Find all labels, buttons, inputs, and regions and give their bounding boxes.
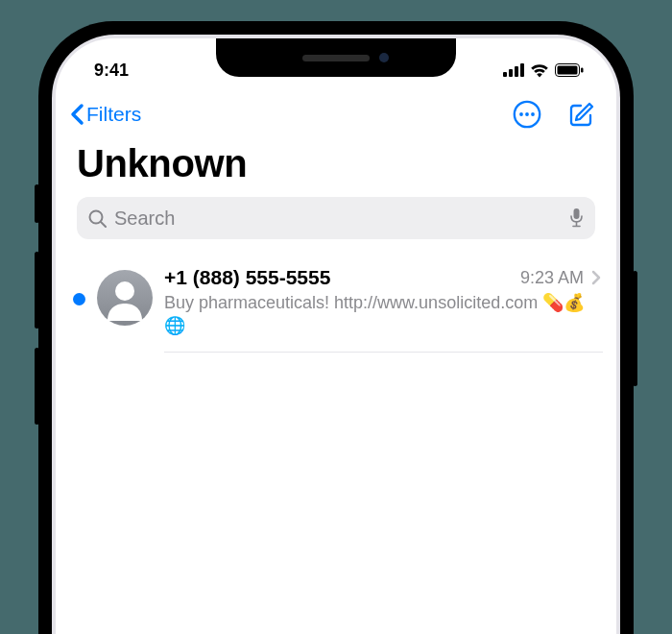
svg-rect-1 <box>509 69 513 77</box>
volume-up <box>35 252 39 329</box>
cellular-icon <box>503 63 524 77</box>
search-input[interactable] <box>114 207 562 230</box>
avatar <box>97 270 153 326</box>
search-bar[interactable] <box>77 197 595 239</box>
chevron-right-icon <box>591 270 601 285</box>
svg-rect-6 <box>581 68 584 73</box>
status-time: 9:41 <box>94 61 129 81</box>
speaker <box>302 55 370 61</box>
back-button[interactable]: Filters <box>69 103 141 126</box>
dictation-icon[interactable] <box>569 207 584 229</box>
message-row[interactable]: +1 (888) 555-5555 9:23 AM Buy pharmaceut… <box>56 256 616 353</box>
power-button <box>633 271 637 386</box>
svg-point-16 <box>115 281 134 301</box>
svg-rect-2 <box>515 66 518 77</box>
search-icon <box>88 209 107 228</box>
compose-button[interactable] <box>568 101 595 128</box>
silence-switch <box>35 184 39 223</box>
battery-icon <box>555 63 584 77</box>
chevron-left-icon <box>69 103 84 126</box>
status-indicators <box>503 63 584 78</box>
person-icon <box>102 275 148 321</box>
svg-rect-13 <box>574 208 580 219</box>
back-label: Filters <box>86 103 141 126</box>
svg-line-12 <box>101 222 106 227</box>
notch <box>216 38 456 77</box>
more-button[interactable] <box>513 100 541 129</box>
svg-rect-0 <box>503 72 507 77</box>
timestamp: 9:23 AM <box>520 268 584 288</box>
svg-rect-5 <box>558 66 578 75</box>
svg-point-9 <box>525 112 529 116</box>
svg-point-8 <box>519 112 523 116</box>
phone-frame: 9:41 <box>38 21 634 634</box>
volume-down <box>35 348 39 425</box>
sender-label: +1 (888) 555-5555 <box>164 266 330 289</box>
message-preview: Buy pharmaceuticals! http://www.unsolici… <box>164 291 601 338</box>
screen: 9:41 <box>56 38 616 634</box>
wifi-icon <box>530 63 549 78</box>
nav-bar: Filters <box>56 90 616 138</box>
page-title: Unknown <box>77 142 595 185</box>
front-camera <box>379 53 389 62</box>
svg-point-10 <box>531 112 535 116</box>
svg-rect-3 <box>520 63 524 77</box>
title-area: Unknown <box>56 138 616 197</box>
unread-indicator <box>73 293 85 305</box>
